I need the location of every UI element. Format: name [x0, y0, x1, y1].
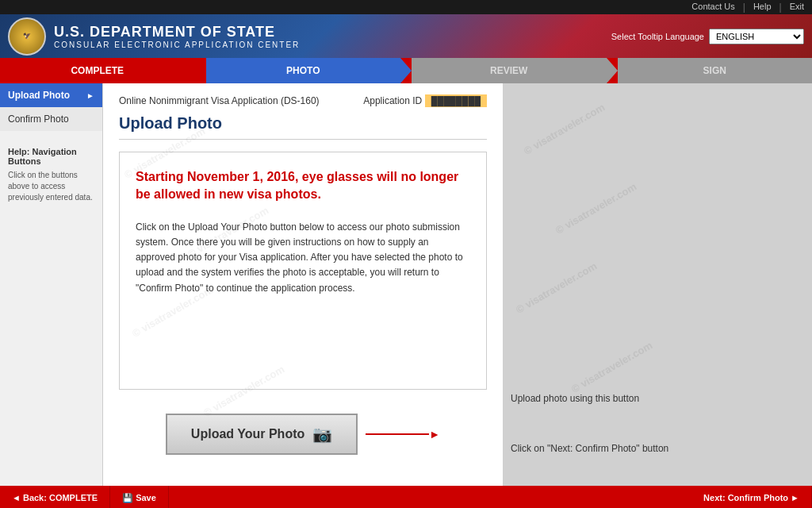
dept-name: U.S. Department of State	[54, 24, 300, 40]
help-title: Help: Navigation Buttons	[8, 147, 94, 166]
app-id: Application ID ████████	[363, 95, 487, 106]
contact-link[interactable]: Contact Us	[691, 2, 734, 13]
wm1: © visatraveler.com	[522, 101, 607, 157]
spacer	[169, 486, 691, 508]
language-select[interactable]: ENGLISH	[709, 29, 804, 44]
app-id-value: ████████	[425, 94, 487, 107]
upload-annotation-text: Upload photo using this button	[511, 393, 639, 404]
department-seal: 🦅	[8, 17, 46, 56]
sidebar-item-confirm-photo[interactable]: Confirm Photo	[0, 107, 102, 131]
site-header: 🦅 U.S. Department of State CONSULAR ELEC…	[0, 14, 812, 58]
back-button[interactable]: ◄ Back: COMPLETE	[0, 486, 110, 508]
step-photo[interactable]: PHOTO	[206, 58, 401, 83]
help-text: Click on the buttons above to access pre…	[8, 170, 94, 203]
right-panel: © visatraveler.com © visatraveler.com © …	[503, 83, 812, 486]
wm3: © visatraveler.com	[514, 260, 599, 316]
upload-section: Upload Your Photo 📷 ►	[119, 402, 487, 467]
info-box: Starting November 1, 2016, eye glasses w…	[119, 152, 487, 390]
step-complete[interactable]: COMPLETE	[0, 58, 195, 83]
page-title: Upload Photo	[119, 114, 487, 140]
upload-icon: 📷	[312, 425, 332, 444]
help-link[interactable]: Help	[753, 2, 772, 13]
wm2: © visatraveler.com	[553, 180, 638, 237]
sep1: |	[743, 2, 745, 13]
body-text: Click on the Upload Your Photo button be…	[136, 220, 470, 296]
next-button[interactable]: Next: Confirm Photo ►	[691, 486, 812, 508]
sep2: |	[779, 2, 782, 13]
upload-annotation: ►	[366, 414, 440, 455]
save-button[interactable]: 💾 Save	[110, 486, 169, 508]
header-right: Select Tooltip Language ENGLISH	[611, 29, 804, 44]
dept-sub: CONSULAR ELECTRONIC APPLICATION CENTER	[54, 40, 300, 49]
upload-photo-button[interactable]: Upload Your Photo 📷	[166, 414, 358, 455]
exit-link[interactable]: Exit	[790, 2, 804, 13]
main-content: Online Nonimmigrant Visa Application (DS…	[103, 83, 503, 486]
sidebar-arrow-upload: ►	[86, 91, 94, 100]
agency-name: U.S. Department of State CONSULAR ELECTR…	[54, 24, 300, 49]
warning-text: Starting November 1, 2016, eye glasses w…	[136, 168, 470, 204]
app-title: Online Nonimmigrant Visa Application (DS…	[119, 95, 320, 106]
sidebar: Upload Photo ► Confirm Photo Help: Navig…	[0, 83, 103, 486]
app-id-bar: Online Nonimmigrant Visa Application (DS…	[119, 95, 487, 106]
wm4: © visatraveler.com	[569, 339, 654, 395]
sidebar-item-upload-photo[interactable]: Upload Photo ►	[0, 83, 102, 107]
progress-bar: COMPLETE PHOTO REVIEW SIGN	[0, 58, 812, 83]
step-sign[interactable]: SIGN	[618, 58, 813, 83]
next-annotation-text: Click on "Next: Confirm Photo" button	[511, 443, 668, 454]
step-review[interactable]: REVIEW	[412, 58, 607, 83]
sidebar-help: Help: Navigation Buttons Click on the bu…	[0, 139, 102, 211]
top-nav: Contact Us | Help | Exit	[0, 0, 812, 14]
bottom-bar: ◄ Back: COMPLETE 💾 Save Next: Confirm Ph…	[0, 486, 812, 508]
lang-label: Select Tooltip Language	[611, 32, 704, 41]
